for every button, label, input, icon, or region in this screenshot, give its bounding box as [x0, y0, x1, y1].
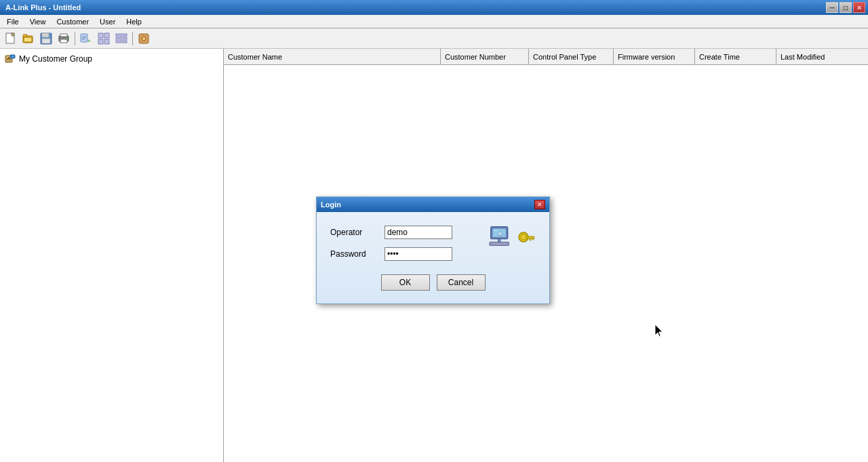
svg-rect-18 [104, 33, 109, 38]
svg-rect-9 [60, 34, 67, 37]
ok-button[interactable]: OK [381, 274, 430, 291]
sidebar-item-my-customer-group[interactable]: My Customer Group [0, 51, 223, 66]
toolbar-extra-button[interactable] [136, 30, 152, 47]
cancel-button[interactable]: Cancel [437, 274, 486, 291]
login-dialog: Login ✕ Operator Password [316, 196, 550, 304]
toolbar-save-button[interactable] [38, 30, 54, 47]
menu-file[interactable]: File [1, 16, 24, 27]
svg-rect-20 [104, 39, 109, 44]
toolbar-separator-2 [132, 32, 133, 45]
svg-rect-6 [42, 33, 49, 37]
menu-user[interactable]: User [94, 16, 121, 27]
svg-rect-10 [60, 39, 67, 43]
password-label: Password [330, 249, 384, 259]
toolbar-open-button[interactable] [20, 30, 37, 47]
window-close-button[interactable]: ✕ [853, 2, 865, 13]
dialog-buttons: OK Cancel [330, 269, 536, 293]
dialog-close-button[interactable]: ✕ [534, 200, 545, 209]
dialog-icons [488, 226, 536, 249]
customer-group-icon [4, 53, 16, 65]
svg-rect-43 [530, 238, 531, 240]
table-header: Customer Name Customer Number Control Pa… [224, 49, 868, 65]
svg-text:+: + [87, 38, 91, 44]
toolbar-print-button[interactable] [56, 30, 72, 47]
svg-rect-22 [116, 37, 127, 39]
col-last-modified[interactable]: Last Modified [776, 49, 868, 64]
col-control-panel-type[interactable]: Control Panel Type [529, 49, 614, 64]
password-input[interactable] [384, 247, 452, 261]
svg-rect-29 [7, 58, 11, 60]
title-bar-controls: ─ □ ✕ [826, 2, 865, 13]
operator-label: Operator [330, 228, 384, 237]
svg-rect-34 [498, 239, 500, 242]
svg-rect-36 [491, 243, 508, 245]
svg-rect-44 [532, 238, 534, 240]
svg-rect-17 [98, 33, 103, 38]
svg-rect-4 [24, 37, 32, 42]
svg-point-11 [66, 37, 68, 39]
col-create-time[interactable]: Create Time [695, 49, 776, 64]
dialog-title: Login [321, 201, 341, 209]
menu-help[interactable]: Help [121, 16, 147, 27]
dialog-body: Operator Password [317, 212, 549, 303]
key-icon [517, 228, 536, 247]
svg-rect-21 [116, 34, 127, 36]
svg-rect-42 [527, 236, 534, 238]
col-firmware-version[interactable]: Firmware version [614, 49, 695, 64]
sidebar-item-label: My Customer Group [19, 54, 92, 64]
svg-point-25 [142, 37, 146, 41]
col-customer-name[interactable]: Customer Name [224, 49, 441, 64]
toolbar-separator-1 [75, 32, 75, 45]
toolbar-add-customer-button[interactable]: + [78, 30, 94, 47]
sidebar: My Customer Group [0, 49, 224, 462]
svg-point-41 [522, 236, 525, 238]
toolbar-new-button[interactable] [3, 30, 19, 47]
operator-input[interactable] [384, 226, 452, 239]
col-customer-number[interactable]: Customer Number [441, 49, 529, 64]
maximize-button[interactable]: □ [840, 2, 852, 13]
menu-view[interactable]: View [24, 16, 52, 27]
svg-rect-23 [116, 41, 127, 43]
window-title: A-Link Plus - Untitled [3, 3, 81, 12]
password-row: Password [330, 247, 481, 261]
svg-rect-3 [23, 35, 27, 37]
toolbar-grid-button[interactable] [96, 30, 112, 47]
computer-icon [488, 226, 513, 249]
toolbar: + [0, 28, 868, 49]
svg-point-31 [12, 56, 14, 58]
menu-customer[interactable]: Customer [51, 16, 94, 27]
minimize-button[interactable]: ─ [826, 2, 838, 13]
svg-rect-19 [98, 39, 103, 44]
dialog-title-bar[interactable]: Login ✕ [317, 197, 549, 212]
svg-rect-7 [42, 39, 50, 43]
operator-row: Operator [330, 226, 481, 239]
toolbar-list-button[interactable] [113, 30, 130, 47]
menu-bar: File View Customer User Help [0, 15, 868, 28]
title-bar: A-Link Plus - Untitled ─ □ ✕ [0, 0, 868, 15]
